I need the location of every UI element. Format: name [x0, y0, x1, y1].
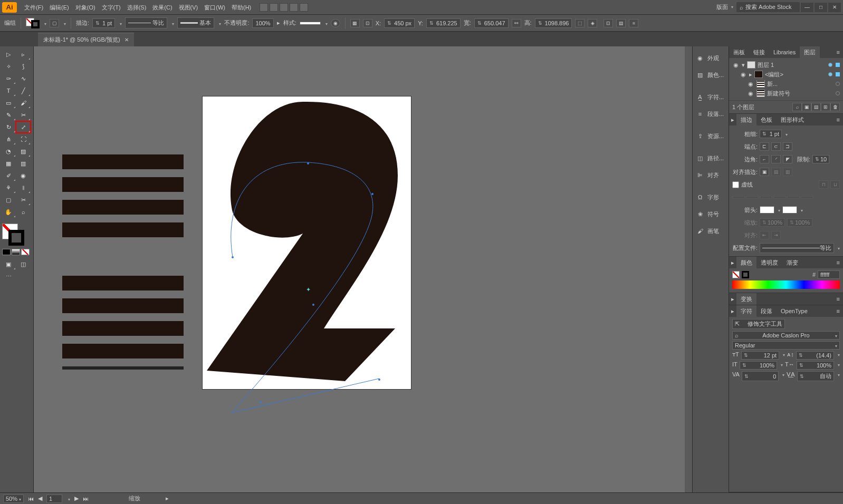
- shape-builder-tool[interactable]: ◔: [1, 146, 16, 157]
- dock-brush[interactable]: 🖌画笔: [693, 222, 729, 239]
- cap-butt[interactable]: ⊏: [760, 142, 769, 151]
- doc-tab-close[interactable]: ✕: [124, 37, 129, 43]
- arrow-scale-start[interactable]: 100%: [760, 218, 785, 227]
- curvature-tool[interactable]: ∿: [16, 73, 31, 84]
- hscale-field[interactable]: 100%: [797, 361, 834, 370]
- scale-tool[interactable]: ⤢: [16, 121, 31, 133]
- options-icon[interactable]: ≡: [629, 19, 638, 27]
- eraser-tool[interactable]: ✂: [16, 109, 31, 121]
- mask-icon[interactable]: ▤: [616, 19, 626, 27]
- hand-tool[interactable]: ✋: [1, 206, 16, 218]
- char-menu-icon[interactable]: ≡: [834, 308, 843, 314]
- rectangle-tool[interactable]: ▭: [1, 97, 16, 109]
- color-menu-icon[interactable]: ≡: [834, 259, 843, 266]
- sync-icon[interactable]: [300, 3, 308, 12]
- minimize-button[interactable]: —: [801, 3, 813, 12]
- zoom-field[interactable]: 50%: [3, 495, 24, 503]
- dock-glyph[interactable]: Ω字形: [693, 189, 729, 206]
- menu-help[interactable]: 帮助(H): [228, 0, 254, 15]
- menu-object[interactable]: 对象(O): [72, 0, 99, 15]
- expand-icon[interactable]: ▸: [729, 259, 736, 266]
- profile-dd[interactable]: [836, 245, 840, 251]
- scrollbar-v[interactable]: [685, 46, 692, 492]
- dock-symbol[interactable]: ❀符号: [693, 206, 729, 222]
- width-profile[interactable]: 等比: [125, 17, 167, 28]
- arrow-align-1[interactable]: ⇤: [760, 231, 769, 239]
- weight-dd[interactable]: [784, 131, 788, 137]
- artboard-tool[interactable]: ▢: [1, 194, 16, 206]
- target-icon[interactable]: [836, 91, 840, 95]
- pen-tool[interactable]: ✑: [1, 73, 16, 84]
- dock-appearance[interactable]: ◉外观: [693, 50, 729, 66]
- align-outside[interactable]: ▥: [783, 168, 792, 176]
- locate-layer-icon[interactable]: ⌕: [792, 103, 802, 111]
- tracking-field[interactable]: 自动: [797, 371, 834, 381]
- magic-wand-tool[interactable]: ✧: [1, 61, 16, 72]
- dock-char[interactable]: A̲字符...: [693, 89, 729, 105]
- limit-field[interactable]: 10: [812, 155, 829, 163]
- vscale-dd[interactable]: [779, 361, 783, 370]
- last-page-icon[interactable]: ⏭: [83, 496, 89, 502]
- doc-tab[interactable]: 未标题-1* @ 50% (RGB/预览) ✕: [38, 33, 134, 46]
- lasso-tool[interactable]: ⟆: [16, 61, 31, 72]
- color-mode-gradient[interactable]: [12, 249, 20, 255]
- tab-links[interactable]: 链接: [749, 46, 769, 58]
- edit-toolbar-btn[interactable]: ⋯: [1, 270, 16, 282]
- tab-paragraph[interactable]: 段落: [756, 305, 777, 317]
- gap-3[interactable]: [801, 196, 813, 198]
- menu-file[interactable]: 文件(F): [21, 0, 46, 15]
- tab-swatches[interactable]: 色板: [756, 114, 777, 125]
- layer-row[interactable]: ◉▾图层 1: [732, 60, 840, 70]
- tab-artboards[interactable]: 画板: [729, 46, 749, 58]
- tab-gradient[interactable]: 渐变: [782, 257, 802, 268]
- target-icon[interactable]: [828, 63, 832, 67]
- zoom-tool[interactable]: ⌕: [16, 206, 31, 218]
- status-arrow-icon[interactable]: ▸: [166, 495, 169, 502]
- transform-panel-icon[interactable]: ⊡: [363, 19, 372, 27]
- next-page-icon[interactable]: ▶: [74, 495, 79, 502]
- bridge-icon[interactable]: [260, 3, 268, 12]
- new-sublayer-icon[interactable]: ▤: [811, 103, 821, 111]
- visibility-icon[interactable]: ◉: [747, 81, 754, 88]
- tab-opacity[interactable]: 透明度: [756, 257, 782, 268]
- target-icon[interactable]: [828, 72, 832, 76]
- opacity-field[interactable]: 100%: [252, 18, 273, 28]
- dash-align-icon[interactable]: ⊔: [830, 180, 840, 189]
- join-miter[interactable]: ⌐: [760, 155, 769, 163]
- selection-tool[interactable]: ▷: [1, 49, 16, 60]
- dash-preserve-icon[interactable]: ⊓: [819, 180, 828, 189]
- envelope-icon[interactable]: ◈: [588, 19, 597, 27]
- symbol-sprayer-tool[interactable]: ⚘: [1, 182, 16, 193]
- arrow-align-2[interactable]: ⇥: [771, 231, 781, 239]
- shape-icon[interactable]: ⬚: [575, 19, 585, 27]
- tab-layers[interactable]: 图层: [800, 46, 820, 58]
- canvas[interactable]: ✦: [34, 46, 692, 492]
- fill-stroke-swatch[interactable]: [26, 18, 40, 28]
- gradient-tool[interactable]: ▥: [16, 158, 31, 169]
- vscale-field[interactable]: 100%: [740, 361, 777, 370]
- width-tool[interactable]: ⋔: [1, 133, 16, 145]
- color-fill-swatch[interactable]: [732, 271, 740, 278]
- expand-icon[interactable]: ▸: [729, 117, 736, 123]
- stroke-menu-icon[interactable]: ≡: [834, 117, 843, 123]
- arrow-start[interactable]: [760, 206, 774, 214]
- direct-selection-tool[interactable]: ▹: [16, 49, 31, 60]
- stock-icon[interactable]: [270, 3, 278, 12]
- line-tool[interactable]: ╱: [16, 85, 31, 96]
- gap-1[interactable]: [746, 196, 759, 198]
- align-panel-icon[interactable]: ▦: [350, 19, 360, 27]
- close-button[interactable]: ✕: [828, 3, 841, 12]
- new-layer-icon[interactable]: ⊞: [821, 103, 830, 111]
- hex-field[interactable]: ffffff: [818, 270, 840, 279]
- tab-graphic-styles[interactable]: 图形样式: [777, 114, 808, 125]
- font-family-field[interactable]: ⌕Adobe Caslon Pro: [732, 331, 840, 340]
- tab-opentype[interactable]: OpenType: [777, 305, 812, 317]
- tab-color[interactable]: 颜色: [736, 257, 756, 268]
- column-graph-tool[interactable]: ⫴: [16, 182, 31, 193]
- x-field[interactable]: 450 px: [384, 18, 415, 28]
- font-style-field[interactable]: Regular: [732, 341, 840, 350]
- profile-field[interactable]: 等比: [760, 243, 834, 253]
- kerning-field[interactable]: 0: [742, 371, 779, 381]
- cap-square[interactable]: ⊐: [783, 142, 792, 151]
- leading-dd[interactable]: [836, 351, 840, 360]
